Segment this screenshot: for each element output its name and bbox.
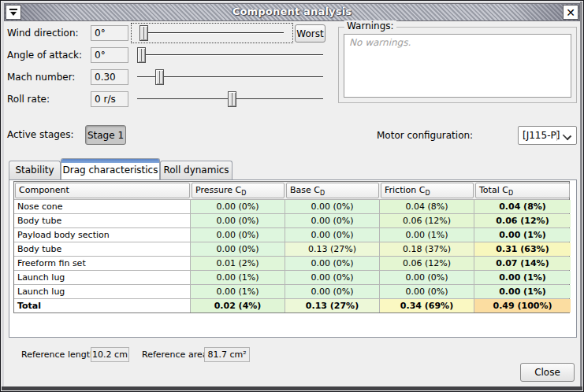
warnings-group: Warnings: No warnings.	[338, 27, 577, 103]
wind-direction-field[interactable]	[91, 25, 128, 41]
warnings-group-title: Warnings:	[344, 20, 396, 31]
header-base-cd[interactable]: Base CD	[285, 182, 380, 199]
angle-of-attack-label: Angle of attack:	[7, 46, 82, 64]
base-cd-cell: 0.00 (0%)	[285, 214, 380, 227]
table-row[interactable]: Payload body section0.00 (0%)0.00 (0%)0.…	[14, 227, 569, 242]
component-cell: Launch lug	[14, 285, 191, 298]
table-row[interactable]: Total0.02 (4%)0.13 (27%)0.34 (69%)0.49 (…	[14, 298, 569, 312]
tab-label: Stability	[15, 165, 54, 176]
base-cd-cell: 0.13 (27%)	[285, 242, 380, 256]
reference-area-label: Reference area:	[142, 346, 210, 364]
active-stages-label: Active stages:	[7, 126, 74, 143]
reference-length-value: 10.2 cm	[91, 347, 129, 362]
pressure-cd-cell: 0.00 (0%)	[191, 200, 285, 213]
window-frame	[2, 2, 4, 390]
tab-stability[interactable]: Stability	[9, 161, 61, 179]
pressure-cd-cell: 0.00 (1%)	[191, 285, 285, 298]
window-frame	[2, 386, 582, 390]
drag-table-header: Component Pressure CD Base CD Friction C…	[14, 182, 569, 199]
friction-cd-cell: 0.34 (69%)	[380, 299, 474, 312]
pressure-cd-cell: 0.00 (0%)	[191, 214, 285, 227]
mach-number-label: Mach number:	[7, 68, 75, 86]
friction-cd-cell: 0.00 (1%)	[380, 228, 474, 242]
total-cd-cell: 0.06 (12%)	[474, 214, 571, 227]
roll-slider-thumb[interactable]	[228, 91, 236, 107]
table-row[interactable]: Freeform fin set0.01 (2%)0.00 (0%)0.06 (…	[14, 256, 569, 270]
table-row[interactable]: Body tube0.00 (0%)0.13 (27%)0.18 (37%)0.…	[14, 242, 569, 256]
friction-cd-cell: 0.00 (0%)	[380, 271, 474, 284]
wind-direction-slider[interactable]	[139, 24, 284, 42]
tab-roll-dynamics[interactable]: Roll dynamics	[160, 161, 232, 179]
angle-of-attack-slider[interactable]	[137, 46, 323, 64]
pressure-cd-cell: 0.02 (4%)	[191, 299, 285, 312]
mach-slider-thumb[interactable]	[155, 69, 164, 85]
pressure-cd-cell: 0.00 (1%)	[191, 271, 285, 284]
friction-cd-cell: 0.18 (37%)	[380, 242, 474, 256]
friction-cd-cell: 0.06 (12%)	[380, 257, 474, 270]
motor-configuration-value: [J115-P]	[523, 127, 560, 144]
base-cd-cell: 0.00 (0%)	[285, 271, 380, 284]
header-friction-cd[interactable]: Friction CD	[380, 182, 474, 199]
pressure-cd-cell: 0.00 (0%)	[191, 242, 285, 256]
component-cell: Nose cone	[14, 200, 191, 213]
component-analysis-dialog: Component analysis ✕ Wind direction: Wor…	[0, 0, 584, 392]
selected-tab-accent	[61, 159, 159, 163]
table-row[interactable]: Nose cone0.00 (0%)0.00 (0%)0.04 (8%)0.04…	[14, 199, 569, 213]
window-title: Component analysis	[5, 6, 579, 17]
close-icon: ✕	[566, 7, 575, 18]
table-row[interactable]: Launch lug0.00 (1%)0.00 (0%)0.00 (0%)0.0…	[14, 270, 569, 284]
total-cd-cell: 0.31 (63%)	[474, 242, 571, 256]
mach-number-slider[interactable]	[137, 68, 323, 86]
component-cell: Total	[14, 299, 191, 312]
table-row[interactable]: Launch lug0.00 (1%)0.00 (0%)0.00 (0%)0.0…	[14, 284, 569, 298]
stage-1-toggle-button[interactable]: Stage 1	[85, 125, 126, 145]
roll-rate-slider[interactable]	[137, 91, 323, 108]
angle-slider-thumb[interactable]	[137, 47, 146, 63]
wind-direction-label: Wind direction:	[7, 24, 79, 42]
tab-label: Roll dynamics	[163, 165, 229, 176]
window-menu-button[interactable]	[6, 5, 21, 20]
total-cd-cell: 0.49 (100%)	[474, 299, 571, 312]
base-cd-cell: 0.00 (0%)	[285, 285, 380, 298]
base-cd-cell: 0.00 (0%)	[285, 257, 380, 270]
tab-label: Drag characteristics	[61, 165, 159, 176]
window-close-button[interactable]: ✕	[563, 5, 578, 20]
chevron-down-icon	[564, 132, 570, 139]
total-cd-cell: 0.00 (1%)	[474, 228, 571, 242]
roll-rate-label: Roll rate:	[7, 91, 50, 108]
header-total-cd[interactable]: Total CD	[474, 182, 571, 199]
worst-button[interactable]: Worst	[295, 24, 325, 43]
title-bar[interactable]: Component analysis ✕	[4, 3, 580, 21]
friction-cd-cell: 0.06 (12%)	[380, 214, 474, 227]
drag-table-body: Nose cone0.00 (0%)0.00 (0%)0.04 (8%)0.04…	[14, 199, 569, 312]
component-cell: Freeform fin set	[14, 257, 191, 270]
close-button[interactable]: Close	[520, 363, 575, 382]
roll-rate-field[interactable]	[91, 91, 128, 107]
wind-slider-thumb[interactable]	[139, 25, 148, 41]
pressure-cd-cell: 0.00 (0%)	[191, 228, 285, 242]
component-cell: Body tube	[14, 214, 191, 227]
base-cd-cell: 0.00 (0%)	[285, 228, 380, 242]
reference-length-label: Reference length:	[21, 346, 99, 364]
header-component[interactable]: Component	[14, 182, 191, 199]
component-cell: Launch lug	[14, 271, 191, 284]
angle-of-attack-field[interactable]	[91, 47, 128, 63]
combo-separator	[556, 130, 557, 141]
drag-characteristics-panel: Component Pressure CD Base CD Friction C…	[9, 179, 577, 338]
window-frame	[580, 2, 582, 390]
window-menu-icon	[9, 9, 17, 16]
motor-configuration-select[interactable]: [J115-P]	[518, 126, 577, 145]
friction-cd-cell: 0.00 (0%)	[380, 285, 474, 298]
tab-drag-characteristics[interactable]: Drag characteristics	[61, 158, 160, 179]
friction-cd-cell: 0.04 (8%)	[380, 200, 474, 213]
reference-area-value: 81.7 cm²	[204, 347, 250, 362]
warnings-list[interactable]: No warnings.	[344, 34, 571, 98]
total-cd-cell: 0.00 (1%)	[474, 285, 571, 298]
header-pressure-cd[interactable]: Pressure CD	[191, 182, 285, 199]
table-row[interactable]: Body tube0.00 (0%)0.00 (0%)0.06 (12%)0.0…	[14, 213, 569, 227]
total-cd-cell: 0.00 (1%)	[474, 271, 571, 284]
total-cd-cell: 0.04 (8%)	[474, 200, 571, 213]
no-warnings-text: No warnings.	[349, 37, 411, 48]
mach-number-field[interactable]	[91, 69, 128, 85]
component-cell: Payload body section	[14, 228, 191, 242]
